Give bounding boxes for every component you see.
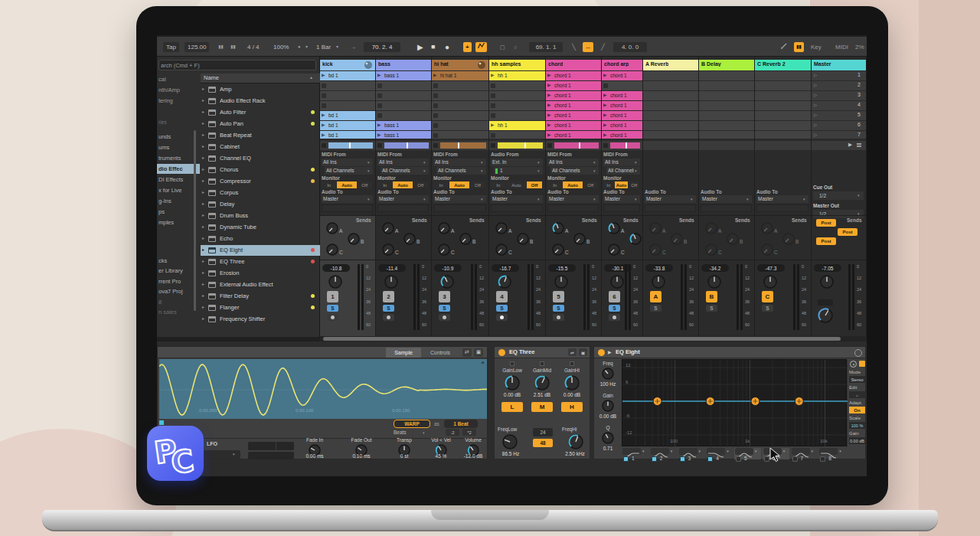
device-activator-led[interactable]	[498, 349, 505, 356]
nudge-down-icon[interactable]: ▮▮	[218, 42, 224, 52]
track-delay-field[interactable]	[547, 204, 599, 212]
return-slot-empty[interactable]	[699, 111, 754, 120]
monitor-in-button[interactable]: In	[547, 181, 562, 188]
time-signature-field[interactable]: 4 / 4	[247, 42, 260, 52]
file-row-auto-filter[interactable]: ▸Auto Filter	[201, 107, 320, 118]
monitor-in-button[interactable]: In	[603, 181, 614, 188]
clip-stop-icon[interactable]	[377, 113, 382, 118]
filter-type-button[interactable]	[819, 448, 838, 455]
key-map-button[interactable]: Key	[811, 42, 822, 52]
quantization-dropdown-icon[interactable]: ▾	[336, 42, 338, 52]
mode-dropdown[interactable]: Stereo	[849, 376, 865, 383]
clip-play-icon[interactable]: ▶	[491, 72, 495, 77]
send-a-knob[interactable]	[382, 222, 394, 234]
file-row-external-audio-effect[interactable]: ▸External Audio Effect	[201, 279, 320, 290]
volume-field[interactable]: -30.1	[604, 264, 632, 272]
volume-field[interactable]: -15.5	[548, 264, 576, 272]
input-type-dropdown[interactable]: All Ins▾	[603, 159, 640, 166]
return-slot-empty[interactable]	[755, 101, 811, 110]
clip-slot-filled[interactable]: ▶chord 1	[602, 101, 642, 110]
scene-play-icon[interactable]: ▷	[814, 73, 817, 77]
input-type-dropdown[interactable]: All Ins▾	[433, 159, 486, 166]
band-toggle-checkbox[interactable]	[707, 456, 713, 462]
clip-slot-filled[interactable]: ▶bd 1	[320, 121, 375, 130]
arm-button[interactable]	[609, 314, 620, 321]
eq8-freq-knob[interactable]	[602, 368, 614, 380]
arrangement-position-field[interactable]: 70. 2. 4	[364, 42, 400, 52]
groove-amount-field[interactable]: 100%	[273, 42, 289, 52]
loop-start-field[interactable]: 69. 1. 1	[529, 42, 563, 52]
clip-stop-icon[interactable]	[491, 143, 495, 148]
clip-slot-filled[interactable]: ▶bass 1	[376, 121, 431, 130]
track-delay-field[interactable]	[701, 204, 752, 212]
pan-knob[interactable]	[498, 275, 511, 289]
output-dropdown[interactable]: Master▾	[603, 195, 640, 203]
return-slot-empty[interactable]	[643, 111, 698, 120]
clip-slot-empty[interactable]	[432, 91, 488, 100]
clip-slot-empty[interactable]	[489, 91, 545, 100]
file-row-eq-eight[interactable]: ▸EQ Eight	[201, 245, 320, 256]
slope-24-button[interactable]: 24	[533, 428, 553, 436]
clip-play-icon[interactable]: ▶	[603, 92, 607, 97]
track-title[interactable]: chord	[546, 60, 601, 70]
device-activator-led[interactable]	[598, 349, 605, 356]
send-a-knob[interactable]	[326, 222, 338, 234]
solo-button[interactable]: S	[650, 305, 662, 312]
track-delay-field[interactable]	[491, 204, 543, 212]
gain-field[interactable]: 0.00 dB	[849, 437, 865, 444]
filter-type-dropdown-icon[interactable]: ▾	[755, 449, 757, 453]
scene-slot[interactable]: ▷4	[812, 101, 866, 110]
track-title[interactable]: chord arp	[602, 60, 642, 70]
input-channel-dropdown[interactable]: All Channels▾	[606, 167, 640, 175]
filter-type-button[interactable]	[622, 448, 641, 455]
pan-knob[interactable]	[440, 275, 454, 289]
return-slot-empty[interactable]	[699, 131, 754, 139]
clip-stop-icon[interactable]	[491, 133, 495, 138]
stop-button[interactable]: ■	[431, 42, 435, 52]
send-b-knob[interactable]	[573, 233, 586, 245]
filter-type-button[interactable]	[707, 448, 725, 455]
output-dropdown[interactable]: Master▾	[701, 195, 752, 203]
hot-swap-icon[interactable]: ⇄	[568, 348, 577, 356]
pan-knob[interactable]	[820, 275, 834, 289]
clip-play-icon[interactable]: ▶	[322, 112, 325, 117]
row-expand-icon[interactable]: ▸	[202, 304, 204, 309]
track-delay-field[interactable]	[377, 204, 429, 212]
loop-marker-square[interactable]	[159, 420, 164, 425]
file-row-chorus[interactable]: ▸Chorus	[201, 165, 320, 175]
band-activator-square[interactable]	[510, 361, 514, 366]
send-c-knob[interactable]	[326, 243, 338, 256]
return-slot-empty[interactable]	[643, 101, 698, 110]
monitor-off-button[interactable]: Off	[583, 181, 598, 188]
filter-type-dropdown-icon[interactable]: ▾	[812, 449, 814, 453]
band-kill-button-h[interactable]: H	[561, 402, 583, 412]
warp-mode-dropdown[interactable]: Beats	[394, 430, 424, 436]
clip-slot-empty[interactable]	[432, 101, 488, 110]
play-button[interactable]: ▶	[417, 42, 423, 52]
clip-slot-empty[interactable]	[376, 101, 431, 110]
eq8-q-knob[interactable]	[602, 432, 614, 444]
clip-stop-icon[interactable]	[491, 103, 495, 108]
monitor-switch[interactable]: InAutoOff	[322, 181, 373, 188]
monitor-auto-button[interactable]: Auto	[337, 181, 356, 188]
clip-slot-filled[interactable]: ▶bass 1	[376, 71, 431, 80]
file-list-header[interactable]: Name▲	[201, 74, 320, 83]
nudge-up-icon[interactable]: ▮▮	[230, 42, 236, 52]
quantization-menu[interactable]: 1 Bar	[316, 42, 331, 52]
track-activator-button[interactable]: 1	[327, 291, 338, 302]
scene-play-icon[interactable]: ▷	[814, 123, 817, 127]
volume-field[interactable]: -34.2	[701, 264, 729, 272]
monitor-switch[interactable]: InAutoOff	[547, 181, 599, 188]
solo-button[interactable]: S	[762, 305, 773, 312]
clip-play-icon[interactable]: ▶	[547, 112, 551, 117]
return-slot-empty[interactable]	[643, 121, 698, 130]
send-b-knob[interactable]	[629, 233, 642, 245]
input-type-dropdown[interactable]: Ext. In▾	[491, 159, 543, 166]
tap-button[interactable]: Tap	[163, 42, 179, 52]
send-a-knob[interactable]	[761, 222, 773, 234]
return-slot-empty[interactable]	[643, 81, 698, 90]
filter-type-dropdown-icon[interactable]: ▾	[671, 449, 673, 453]
monitor-off-button[interactable]: Off	[358, 181, 372, 188]
row-expand-icon[interactable]: ▸	[202, 201, 204, 206]
row-expand-icon[interactable]: ▸	[202, 315, 204, 321]
